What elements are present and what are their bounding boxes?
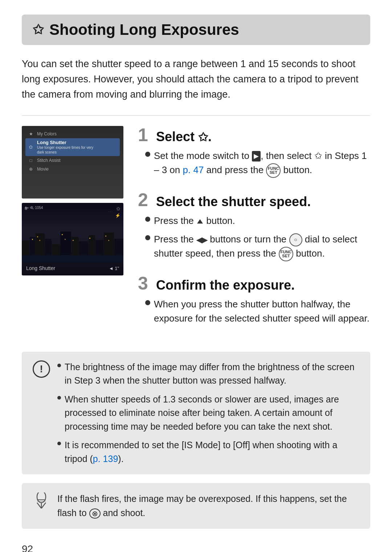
caution-bullets: The brightness of the image may differ f…: [57, 360, 359, 466]
step-1-number: 1: [138, 126, 151, 144]
step-1-title: Select ✩.: [156, 129, 212, 144]
pencil-svg-icon: [33, 492, 49, 508]
svg-rect-5: [52, 244, 60, 255]
step-1-bullet-1: Set the mode switch to ▶, then select ✩ …: [145, 149, 370, 178]
pencil-note-text: If the flash fires, the image may be ove…: [57, 492, 359, 520]
step-1-bullets: Set the mode switch to ▶, then select ✩ …: [138, 149, 370, 178]
up-arrow-icon: [197, 219, 203, 224]
city-silhouette: [22, 226, 123, 262]
step-2-bullet-1-text: Press the button.: [154, 214, 370, 228]
cam-flash-icon: ⚡: [115, 213, 121, 218]
step1-link[interactable]: p. 47: [183, 164, 204, 175]
step-2-bullets: Press the button. Press the ◀▶ buttons o…: [138, 214, 370, 261]
caution-bullet-1-text: The brightness of the image may differ f…: [65, 360, 359, 388]
cam-mode-icon: ✩: [116, 206, 121, 212]
bullet-dot: [145, 217, 150, 222]
step-2: 2 Select the shutter speed. Press the bu…: [138, 191, 370, 261]
main-content: ★ My Colors ✩ Long Shutter Use longer ex…: [22, 126, 370, 339]
bullet-dot: [145, 300, 150, 305]
cam-menu-long-shutter-label: Long Shutter: [37, 140, 95, 145]
svg-rect-7: [72, 237, 79, 255]
caution-bullet-3: It is recommended to set the [IS Mode] t…: [57, 438, 359, 466]
func-set-button-2: FUNCSET: [279, 247, 293, 261]
cam-exposure-icon: â: [25, 206, 27, 211]
cam-menu-long-shutter-sub: Use longer exposure times for very dark …: [37, 145, 95, 155]
caution-bullet-2: When shutter speeds of 1.3 seconds or sl…: [57, 393, 359, 434]
step-3-bullet-1-text: When you press the shutter button halfwa…: [154, 297, 370, 326]
step-1: 1 Select ✩. Set the mode switch to ▶, th…: [138, 126, 370, 178]
steps-column: 1 Select ✩. Set the mode switch to ▶, th…: [138, 126, 370, 339]
svg-rect-1: [22, 241, 29, 255]
cam-night-label: Long Shutter: [26, 265, 55, 271]
svg-rect-21: [108, 240, 109, 241]
step-2-bullet-2-text: Press the ◀▶ buttons or turn the ○ dial …: [154, 232, 370, 261]
svg-rect-20: [105, 236, 106, 237]
divider: [22, 115, 370, 116]
bullet-dot: [145, 235, 150, 240]
step-3-header: 3 Confirm the exposure.: [138, 274, 370, 293]
step-2-title: Select the shutter speed.: [156, 194, 311, 209]
step-3-title: Confirm the exposure.: [156, 278, 295, 293]
svg-rect-8: [79, 241, 88, 255]
pencil-note-box: If the flash fires, the image may be ove…: [22, 483, 370, 529]
step-2-header: 2 Select the shutter speed.: [138, 191, 370, 209]
camera-screen-night: · · · · · · ·: [22, 203, 123, 275]
step-1-bullet-1-text: Set the mode switch to ▶, then select ✩ …: [154, 149, 370, 178]
step-3-bullets: When you press the shutter button halfwa…: [138, 297, 370, 326]
note-dot: [57, 396, 61, 400]
cam-battery: ▪▪▪ 4L 1054: [25, 206, 43, 210]
svg-line-24: [37, 503, 41, 508]
caution-bullet-3-text: It is recommended to set the [IS Mode] t…: [65, 438, 359, 466]
shooting-icon: ✩: [33, 22, 44, 37]
images-column: ★ My Colors ✩ Long Shutter Use longer ex…: [22, 126, 123, 339]
flash-off-icon: ⊗: [89, 508, 101, 519]
svg-rect-18: [73, 240, 74, 241]
svg-rect-19: [89, 238, 90, 239]
dial-icon: ○: [289, 233, 302, 246]
bullet-dot: [145, 152, 150, 157]
caution-bullet-2-text: When shutter speeds of 1.3 seconds or sl…: [65, 393, 359, 434]
step-2-bullet-1: Press the button.: [145, 214, 370, 228]
step-3-bullet-1: When you press the shutter button halfwa…: [145, 297, 370, 326]
page-header: ✩ Shooting Long Exposures: [22, 15, 370, 45]
svg-rect-15: [39, 240, 40, 241]
svg-line-25: [41, 503, 46, 508]
svg-rect-17: [65, 239, 66, 240]
svg-rect-16: [62, 234, 63, 235]
step-2-bullet-2: Press the ◀▶ buttons or turn the ○ dial …: [145, 232, 370, 261]
camera-mode-icon: ▶: [252, 151, 261, 161]
page-number: 92: [22, 543, 370, 552]
cam-shutter-value: ◄ 1": [109, 266, 119, 271]
step-2-number: 2: [138, 191, 151, 209]
caution-icon: !: [33, 360, 50, 378]
left-right-arrow-icon: ◀▶: [196, 234, 207, 245]
svg-rect-14: [37, 236, 38, 237]
camera-screen-menu: ★ My Colors ✩ Long Shutter Use longer ex…: [22, 126, 123, 199]
tripod-link[interactable]: p. 139: [93, 454, 118, 464]
svg-rect-3: [36, 233, 45, 255]
step-1-header: 1 Select ✩.: [138, 126, 370, 144]
pencil-note-icon: [33, 492, 50, 509]
svg-rect-4: [45, 239, 52, 255]
note-dot: [57, 364, 61, 367]
svg-rect-10: [95, 240, 103, 255]
step-3: 3 Confirm the exposure. When you press t…: [138, 274, 370, 326]
svg-rect-13: [32, 239, 33, 240]
note-dot: [57, 442, 61, 445]
caution-bullet-1: The brightness of the image may differ f…: [57, 360, 359, 388]
func-set-button: FUNCSET: [266, 163, 281, 178]
svg-rect-12: [114, 239, 123, 255]
step-3-number: 3: [138, 274, 151, 293]
intro-text: You can set the shutter speed to a range…: [22, 57, 370, 102]
page-title: Shooting Long Exposures: [49, 21, 239, 38]
caution-note-box: ! The brightness of the image may differ…: [22, 352, 370, 475]
